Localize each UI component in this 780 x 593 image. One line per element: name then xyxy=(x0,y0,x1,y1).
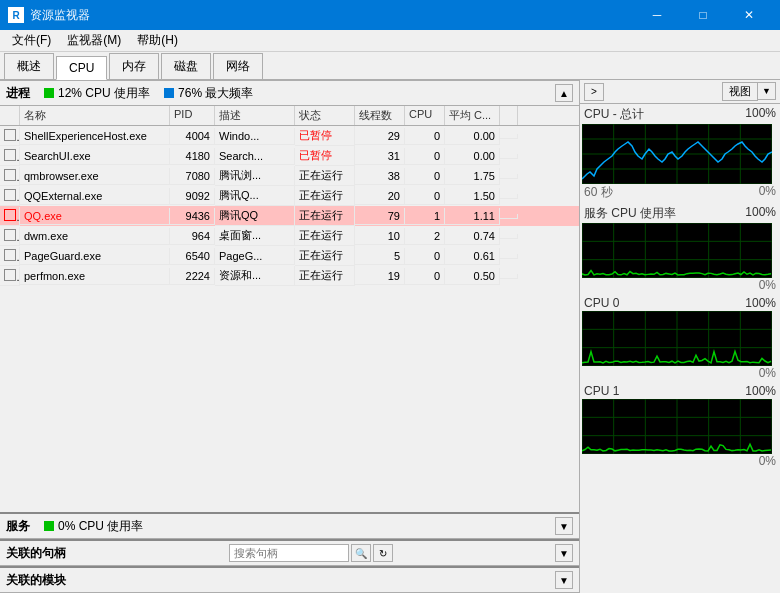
tab-memory[interactable]: 内存 xyxy=(109,53,159,79)
right-expand-button[interactable]: > xyxy=(584,83,604,101)
process-table: 名称 PID 描述 状态 线程数 CPU 平均 C... ShellExperi… xyxy=(0,106,579,512)
cell-extra xyxy=(500,154,518,159)
table-row[interactable]: dwm.exe 964 桌面窗... 正在运行 10 2 0.74 xyxy=(0,226,579,246)
col-cpu[interactable]: CPU xyxy=(405,106,445,125)
col-desc[interactable]: 描述 xyxy=(215,106,295,125)
chart-cpu0-pct: 0% xyxy=(582,366,778,380)
tab-overview[interactable]: 概述 xyxy=(4,53,54,79)
table-row[interactable]: perfmon.exe 2224 资源和... 正在运行 19 0 0.50 xyxy=(0,266,579,286)
close-button[interactable]: ✕ xyxy=(726,0,772,30)
col-checkbox xyxy=(0,106,20,125)
view-dropdown-button[interactable]: ▼ xyxy=(758,82,776,100)
table-row[interactable]: SearchUI.exe 4180 Search... 已暂停 31 0 0.0… xyxy=(0,146,579,166)
cell-name: dwm.exe xyxy=(20,228,170,245)
cell-name: qmbrowser.exe xyxy=(20,168,170,185)
services-cpu-indicator xyxy=(44,521,54,531)
services-cpu-text: 0% CPU 使用率 xyxy=(58,518,143,535)
cell-checkbox[interactable] xyxy=(0,247,20,266)
view-button[interactable]: 视图 xyxy=(722,82,758,101)
process-section-header: 进程 12% CPU 使用率 76% 最大频率 ▲ xyxy=(0,80,579,106)
cell-desc: 桌面窗... xyxy=(215,226,295,246)
cell-checkbox[interactable] xyxy=(0,147,20,166)
minimize-button[interactable]: ─ xyxy=(634,0,680,30)
cell-status: 已暂停 xyxy=(295,126,355,146)
maximize-button[interactable]: □ xyxy=(680,0,726,30)
handles-expand-button[interactable]: ▼ xyxy=(555,544,573,562)
col-pid[interactable]: PID xyxy=(170,106,215,125)
cell-threads: 5 xyxy=(355,248,405,265)
handles-search-bar: 🔍 ↻ xyxy=(229,544,393,562)
col-name[interactable]: 名称 xyxy=(20,106,170,125)
chart-cpu1-max: 100% xyxy=(745,384,776,398)
services-expand-button[interactable]: ▼ xyxy=(555,517,573,535)
cell-threads: 79 xyxy=(355,208,405,225)
cell-extra xyxy=(500,254,518,259)
cpu-total-canvas xyxy=(582,124,772,184)
cell-status: 正在运行 xyxy=(295,166,355,186)
col-threads[interactable]: 线程数 xyxy=(355,106,405,125)
table-row[interactable]: qmbrowser.exe 7080 腾讯浏... 正在运行 38 0 1.75 xyxy=(0,166,579,186)
chart-cpu1-label: CPU 1 100% xyxy=(582,384,778,398)
cell-pid: 2224 xyxy=(170,268,215,285)
cell-desc: Search... xyxy=(215,148,295,165)
table-row[interactable]: ShellExperienceHost.exe 4004 Windo... 已暂… xyxy=(0,126,579,146)
cpu0-canvas xyxy=(582,311,772,366)
main-content: 进程 12% CPU 使用率 76% 最大频率 ▲ 名称 PID 描述 状态 线… xyxy=(0,80,780,593)
cell-name: PageGuard.exe xyxy=(20,248,170,265)
handles-section-header: 关联的句柄 🔍 ↻ ▼ xyxy=(0,539,579,566)
cell-pid: 4180 xyxy=(170,148,215,165)
chart-service-label: 服务 CPU 使用率 100% xyxy=(582,205,778,222)
table-row[interactable]: QQ.exe 9436 腾讯QQ 正在运行 79 1 1.11 xyxy=(0,206,579,226)
handles-search-input[interactable] xyxy=(229,544,349,562)
cell-desc: 腾讯Q... xyxy=(215,186,295,206)
tab-cpu[interactable]: CPU xyxy=(56,56,107,80)
chart-current-pct: 0% xyxy=(759,184,776,201)
process-title: 进程 xyxy=(6,85,30,102)
cell-avg-cpu: 0.74 xyxy=(445,228,500,245)
menu-help[interactable]: 帮助(H) xyxy=(129,30,186,51)
cell-checkbox[interactable] xyxy=(0,187,20,206)
chart-service-pct: 0% xyxy=(582,278,778,292)
chart-service-title: 服务 CPU 使用率 xyxy=(584,205,676,222)
cell-extra xyxy=(500,234,518,239)
chart-cpu0: CPU 0 100% 0% xyxy=(582,296,778,380)
col-avg-cpu[interactable]: 平均 C... xyxy=(445,106,500,125)
services-section-header: 服务 0% CPU 使用率 ▼ xyxy=(0,512,579,539)
chart-service-cpu: 服务 CPU 使用率 100% 0% xyxy=(582,205,778,292)
table-row[interactable]: QQExternal.exe 9092 腾讯Q... 正在运行 20 0 1.5… xyxy=(0,186,579,206)
cell-checkbox[interactable] xyxy=(0,127,20,146)
cell-threads: 20 xyxy=(355,188,405,205)
services-title: 服务 xyxy=(6,518,30,535)
cell-checkbox[interactable] xyxy=(0,167,20,186)
cell-desc: 资源和... xyxy=(215,266,295,286)
cell-checkbox[interactable] xyxy=(0,207,20,226)
cell-cpu: 0 xyxy=(405,268,445,285)
col-status[interactable]: 状态 xyxy=(295,106,355,125)
cell-checkbox[interactable] xyxy=(0,227,20,246)
cell-avg-cpu: 0.61 xyxy=(445,248,500,265)
cell-extra xyxy=(500,134,518,139)
menu-bar: 文件(F) 监视器(M) 帮助(H) xyxy=(0,30,780,52)
cell-checkbox[interactable] xyxy=(0,267,20,286)
right-panel-header: > 视图 ▼ xyxy=(580,80,780,104)
cell-status: 正在运行 xyxy=(295,186,355,206)
modules-expand-button[interactable]: ▼ xyxy=(555,571,573,589)
chart-cpu0-label: CPU 0 100% xyxy=(582,296,778,310)
menu-file[interactable]: 文件(F) xyxy=(4,30,59,51)
app-icon: R xyxy=(8,7,24,23)
chart-cpu-total-time: 60 秒 0% xyxy=(582,184,778,201)
process-cpu-status: 12% CPU 使用率 xyxy=(44,85,150,102)
cell-cpu: 0 xyxy=(405,128,445,145)
menu-monitor[interactable]: 监视器(M) xyxy=(59,30,129,51)
cell-desc: 腾讯QQ xyxy=(215,206,295,226)
tab-network[interactable]: 网络 xyxy=(213,53,263,79)
process-expand-button[interactable]: ▲ xyxy=(555,84,573,102)
cell-desc: Windo... xyxy=(215,128,295,145)
handles-search-button[interactable]: 🔍 xyxy=(351,544,371,562)
cell-avg-cpu: 1.50 xyxy=(445,188,500,205)
handles-refresh-button[interactable]: ↻ xyxy=(373,544,393,562)
tab-disk[interactable]: 磁盘 xyxy=(161,53,211,79)
cell-status: 正在运行 xyxy=(295,226,355,246)
chart-cpu-total-max: 100% xyxy=(745,106,776,123)
table-row[interactable]: PageGuard.exe 6540 PageG... 正在运行 5 0 0.6… xyxy=(0,246,579,266)
